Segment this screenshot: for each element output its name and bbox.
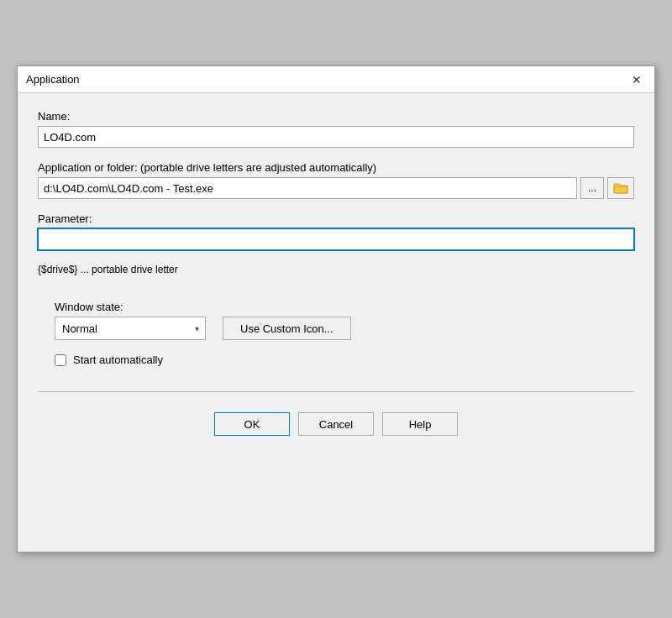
parameter-field-group: Parameter:: [38, 212, 634, 250]
cancel-button[interactable]: Cancel: [298, 412, 374, 436]
help-button[interactable]: Help: [382, 412, 458, 436]
parameter-label: Parameter:: [38, 212, 634, 225]
app-folder-row: ...: [38, 177, 634, 199]
name-input[interactable]: [38, 126, 634, 148]
start-auto-row: Start automatically: [38, 354, 634, 366]
divider: [38, 391, 634, 392]
app-folder-label: Application or folder: (portable drive l…: [38, 161, 634, 174]
close-button[interactable]: ✕: [627, 71, 646, 89]
app-folder-input[interactable]: [38, 177, 577, 199]
window-state-select-wrapper: Normal Minimized Maximized Hidden ▾: [55, 317, 206, 340]
window-state-label: Window state:: [55, 301, 206, 313]
button-row: OK Cancel Help: [38, 406, 634, 449]
browse-folder-button[interactable]: [607, 177, 634, 199]
name-field-group: Name:: [38, 110, 634, 148]
window-state-row: Window state: Normal Minimized Maximized…: [38, 301, 634, 340]
ok-button[interactable]: OK: [214, 412, 290, 436]
use-custom-icon-button[interactable]: Use Custom Icon...: [223, 317, 351, 340]
browse-dots-button[interactable]: ...: [580, 177, 604, 199]
application-dialog: Application ✕ Name: Application or folde…: [17, 65, 655, 553]
name-label: Name:: [38, 110, 634, 123]
app-folder-field-group: Application or folder: (portable drive l…: [38, 161, 634, 199]
start-auto-checkbox[interactable]: [55, 354, 66, 366]
start-auto-label[interactable]: Start automatically: [73, 354, 163, 366]
dialog-content: Name: Application or folder: (portable d…: [18, 93, 654, 466]
folder-icon: [613, 181, 628, 195]
window-state-select[interactable]: Normal Minimized Maximized Hidden: [55, 317, 206, 340]
title-bar: Application ✕: [18, 66, 654, 93]
parameter-input[interactable]: [38, 228, 634, 250]
window-state-group: Window state: Normal Minimized Maximized…: [55, 301, 206, 340]
dialog-title: Application: [26, 73, 80, 86]
drive-hint-text: {$drive$} ... portable drive letter: [38, 264, 634, 275]
